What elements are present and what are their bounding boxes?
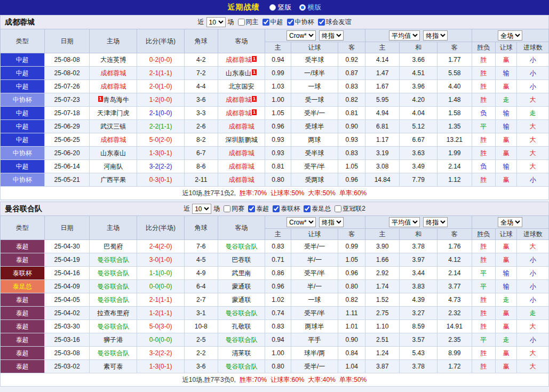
layout-option[interactable]: 竖版 (269, 3, 292, 12)
cell-euro-away-odds: 1.99 (437, 147, 472, 160)
team-name: 清莱联 (232, 349, 251, 357)
cell-euro-draw-odds: 3.83 (400, 280, 437, 293)
cell-handicap-result: 输 (496, 280, 517, 293)
cell-handicap-result: 走 (496, 293, 517, 307)
filter-checkbox[interactable] (224, 205, 230, 212)
cell-league: 泰超 (1, 360, 45, 373)
asian-stage-select[interactable]: 终指 (319, 30, 344, 41)
cell-euro-home-odds: 14.84 (365, 173, 400, 187)
euro-provider-select[interactable]: 平均值 (389, 30, 420, 41)
team-name: 曼谷联合队 (97, 296, 129, 303)
cell-euro-draw-odds: 3.78 (400, 360, 437, 373)
section-filters: 近10场同主中超中协杯球会友谊 (198, 17, 352, 27)
match-row: 中超25-06-25成都蓉城5-0(2-0)8-2深圳新鹏城0.93两球0.93… (1, 133, 549, 147)
cell-away-team: 蒙通联 (218, 280, 265, 293)
cell-home-team: 山东泰山 (90, 147, 137, 160)
team-name: 曼谷联合队 (225, 309, 257, 317)
recent-count-select[interactable]: 10 (192, 204, 211, 214)
cell-euro-away-odds: 1.77 (437, 53, 472, 67)
cell-asian-home-odds: 0.94 (265, 333, 291, 347)
filter-option-球会友谊[interactable]: 球会友谊 (314, 18, 352, 27)
cell-euro-draw-odds: 3.96 (400, 80, 437, 93)
team-name: 北京国安 (228, 83, 254, 90)
euro-stage-select[interactable]: 终指 (423, 217, 448, 227)
euro-provider-select[interactable]: 平均值 (389, 217, 420, 227)
cell-result: 胜 (472, 67, 495, 80)
red-card-badge: 1 (252, 109, 257, 115)
cell-asian-away-odds: 0.82 (338, 93, 365, 107)
summary-record: 近10场,胜7平1负2, (182, 189, 236, 197)
cell-corners: 7-2 (184, 67, 218, 80)
scope-select[interactable]: 全场 (498, 30, 522, 41)
cell-away-team: 成都蓉城 (218, 147, 265, 160)
cell-handicap-result: 输 (496, 120, 517, 133)
team-name: 成都蓉城 (226, 109, 251, 117)
filter-option-泰联杯[interactable]: 泰联杯 (269, 204, 300, 213)
cell-goals-result: 小 (517, 53, 549, 67)
filter-checkbox[interactable] (273, 205, 280, 212)
summary-stat: 胜率:70% (240, 376, 267, 383)
cell-away-team: 清莱联 (218, 347, 265, 360)
team-name: 河南队 (104, 163, 123, 170)
filter-checkbox[interactable] (304, 205, 311, 212)
filter-option-中超[interactable]: 中超 (259, 18, 283, 27)
col-asian-home: 主 (265, 42, 291, 53)
layout-option[interactable]: 横版 (299, 3, 322, 12)
filter-matches-label: 场 (213, 204, 220, 213)
filter-option-泰足总[interactable]: 泰足总 (300, 204, 331, 213)
radio-icon (299, 4, 306, 11)
filter-checkbox[interactable] (335, 205, 341, 212)
cell-date: 25-04-05 (44, 293, 90, 307)
filter-checkbox[interactable] (248, 205, 255, 212)
cell-corners: 6-4 (184, 280, 218, 293)
filter-option-同主[interactable]: 同主 (234, 18, 259, 27)
cell-asian-home-odds: 0.80 (265, 173, 291, 187)
cell-handicap-result: 赢 (496, 147, 517, 160)
filter-option-中协杯[interactable]: 中协杯 (283, 18, 314, 27)
col-type: 类型 (1, 216, 45, 240)
cell-league: 中协杯 (1, 93, 45, 107)
col-date: 日期 (44, 216, 90, 240)
cell-result: 平 (472, 280, 495, 293)
cell-euro-draw-odds: 5.12 (400, 120, 437, 133)
cell-home-team: 成都蓉城 (90, 67, 137, 80)
match-row: 中协杯25-07-231青岛海牛1-2(0-0)3-6成都蓉城11.00受一球0… (1, 93, 549, 107)
cell-home-team: 曼谷联合队 (90, 280, 137, 293)
summary-stat: 单率:60% (339, 189, 367, 197)
cell-asian-handicap: 半/一 (291, 253, 338, 267)
cell-asian-home-odds: 1.03 (265, 80, 291, 93)
cell-asian-handicap: 受球半 (291, 120, 338, 133)
filter-checkbox[interactable] (287, 19, 294, 26)
cell-euro-away-odds: 1.58 (437, 107, 472, 120)
asian-provider-select[interactable]: Crow* (287, 30, 316, 41)
col-asian-line: 让球 (291, 42, 338, 53)
cell-asian-handicap: 受平/半 (291, 307, 338, 320)
cell-handicap-result: 赢 (496, 320, 517, 333)
cell-score: 0-3(0-1) (137, 173, 185, 187)
filter-checkbox[interactable] (262, 19, 269, 26)
cell-league: 泰超 (1, 240, 45, 253)
cell-euro-away-odds: 3.77 (437, 280, 472, 293)
asian-provider-select[interactable]: Crow* (287, 217, 316, 227)
filter-option-同赛[interactable]: 同赛 (220, 204, 244, 213)
cell-league: 泰超 (1, 320, 45, 333)
cell-league: 泰超 (1, 293, 45, 307)
cell-goals-result: 大 (517, 133, 549, 147)
asian-stage-select[interactable]: 终指 (319, 217, 344, 227)
recent-count-select[interactable]: 10 (206, 17, 226, 27)
team-name: 山东泰山 (100, 149, 126, 157)
cell-asian-handicap: 半/一 (291, 280, 338, 293)
cell-euro-home-odds: 2.92 (365, 267, 400, 280)
filter-checkbox[interactable] (318, 19, 325, 26)
scope-select[interactable]: 全场 (498, 217, 522, 227)
cell-home-team: 曼谷联合队 (90, 320, 137, 333)
filter-checkbox[interactable] (238, 19, 245, 26)
cell-asian-away-odds: 1.05 (338, 160, 365, 173)
filter-option-泰超[interactable]: 泰超 (244, 204, 269, 213)
cell-euro-home-odds: 1.74 (365, 280, 400, 293)
cell-corners: 10-8 (184, 320, 218, 333)
filter-option-亚冠联2[interactable]: 亚冠联2 (331, 204, 365, 213)
summary-record: 近10场,胜7平3负0, (182, 376, 236, 383)
euro-stage-select[interactable]: 终指 (423, 30, 448, 41)
cell-league: 中协杯 (1, 147, 45, 160)
